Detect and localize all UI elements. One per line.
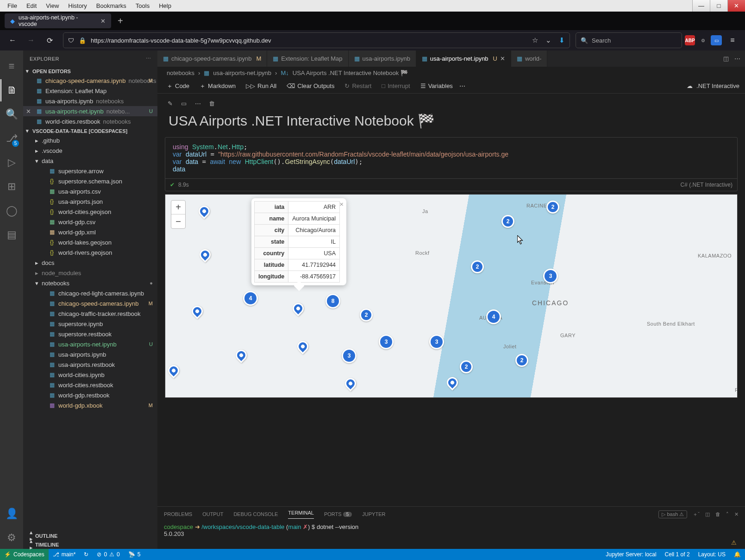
folder-item[interactable]: ▸docs xyxy=(23,258,157,268)
open-editor-item[interactable]: ▦Extension: Leaflet Map xyxy=(23,86,157,96)
window-close[interactable]: ✕ xyxy=(727,0,745,12)
clear-outputs-button[interactable]: ⌫ Clear Outputs xyxy=(283,81,338,91)
file-item[interactable]: {}world-rivers.geojson xyxy=(23,247,157,258)
extensions-icon[interactable]: ⊞ xyxy=(0,176,23,198)
status-layout[interactable]: Layout: US xyxy=(694,551,730,558)
menu-view[interactable]: View xyxy=(41,1,63,11)
file-item[interactable]: ▦world-gdp.csv xyxy=(23,217,157,227)
add-code-button[interactable]: ＋ Code xyxy=(163,81,193,92)
menu-icon[interactable]: ≡ xyxy=(0,55,23,77)
abp-extension-icon[interactable]: ABP xyxy=(685,35,695,45)
breadcrumb[interactable]: notebooks› ▦usa-airports-net.ipynb› M↓US… xyxy=(157,67,745,79)
status-cell[interactable]: Cell 1 of 2 xyxy=(661,551,694,558)
pocket-icon[interactable]: ⌄ xyxy=(545,36,551,44)
map-cluster[interactable]: 2 xyxy=(515,354,528,367)
map-cluster[interactable]: 2 xyxy=(471,260,484,273)
more-editor-actions-icon[interactable]: ⋯ xyxy=(734,55,740,62)
file-item[interactable]: ▦world-gdp.restbook xyxy=(23,390,157,400)
restart-button[interactable]: ↻ Restart xyxy=(341,81,375,91)
panel-tab-jupyter[interactable]: JUPYTER xyxy=(362,511,385,517)
cell-language[interactable]: C# (.NET Interactive) xyxy=(681,182,732,188)
file-item[interactable]: {}world-lakes.geojson xyxy=(23,237,157,247)
source-control-icon[interactable]: ⎇5 xyxy=(0,127,23,150)
split-editor-icon[interactable]: ◫ xyxy=(723,55,729,62)
menu-help[interactable]: Help xyxy=(154,1,176,11)
edit-cell-icon[interactable]: ✎ xyxy=(166,100,174,107)
variables-button[interactable]: ☰ Variables xyxy=(417,81,457,91)
render-cell-icon[interactable]: ▭ xyxy=(180,100,188,107)
timeline-section[interactable]: ▸TIMELINE xyxy=(23,540,157,549)
folder-item[interactable]: ▸.vscode xyxy=(23,145,157,156)
status-ports[interactable]: 📡 5 xyxy=(124,551,145,558)
new-terminal-icon[interactable]: ＋ˇ xyxy=(693,511,700,518)
bookmark-icon[interactable]: ☆ xyxy=(532,36,538,44)
accounts-icon[interactable]: 👤 xyxy=(0,503,23,525)
map-cluster[interactable]: 4 xyxy=(243,291,258,306)
download-icon[interactable]: ⬇ xyxy=(559,36,565,44)
search-bar[interactable]: 🔍 Search xyxy=(576,32,682,48)
map-cluster[interactable]: 2 xyxy=(360,308,373,321)
editor-tab[interactable]: ▦world- xyxy=(511,50,547,67)
workspace-section[interactable]: VSCODE-DATA-TABLE [CODESPACES] xyxy=(23,126,157,135)
hamburger-menu[interactable]: ≡ xyxy=(725,32,740,48)
panel-tab-problems[interactable]: PROBLEMS xyxy=(164,511,192,517)
editor-tab[interactable]: ▦usa-airports-net.ipynbU✕ xyxy=(416,50,511,67)
explorer-icon[interactable]: 🗎 xyxy=(0,79,23,101)
folder-item[interactable]: ▾notebooks● xyxy=(23,278,157,288)
map-cluster[interactable]: 3 xyxy=(342,348,357,363)
editor-tab[interactable]: ▦chicago-speed-cameras.ipynbM xyxy=(157,50,267,67)
open-editor-item[interactable]: ▦usa-airports.ipynbnotebooks xyxy=(23,96,157,106)
run-all-button[interactable]: ▷▷ Run All xyxy=(242,81,280,91)
lock-icon[interactable]: 🔒 xyxy=(79,37,86,44)
file-item[interactable]: ▦usa-airports.ipynb xyxy=(23,349,157,359)
status-branch[interactable]: ⎇ main* xyxy=(49,551,80,558)
folder-item[interactable]: ▸node_modules xyxy=(23,268,157,278)
open-editors-section[interactable]: OPEN EDITORS xyxy=(23,67,157,76)
interrupt-button[interactable]: □ Interrupt xyxy=(378,81,413,91)
delete-cell-icon[interactable]: 🗑 xyxy=(207,100,216,107)
map-cluster[interactable]: 3 xyxy=(543,269,558,283)
menu-tools[interactable]: Tools xyxy=(131,1,154,11)
status-bell-icon[interactable]: 🔔 xyxy=(730,551,745,558)
file-item[interactable]: ▦usa-airports-net.ipynbU xyxy=(23,339,157,349)
code-cell[interactable]: using System.Net.Http; var dataUrl = "ht… xyxy=(165,137,738,191)
open-editor-item[interactable]: ▦world-cities.restbooknotebooks xyxy=(23,116,157,126)
file-item[interactable]: ▦usa-airports.csv xyxy=(23,186,157,196)
map-cluster[interactable]: 2 xyxy=(501,215,514,228)
folder-item[interactable]: ▾data xyxy=(23,156,157,166)
file-item[interactable]: ▦usa-airports.restbook xyxy=(23,359,157,370)
cell-more-icon[interactable]: ⋯ xyxy=(194,100,202,107)
panel-tab-terminal[interactable]: TERMINAL xyxy=(288,510,314,519)
add-markdown-button[interactable]: ＋ Markdown xyxy=(196,81,239,92)
map-cluster[interactable]: 3 xyxy=(379,334,394,349)
editor-tab[interactable]: ▦Extension: Leaflet Map xyxy=(267,50,348,67)
browser-tab-active[interactable]: ◆ usa-airports-net.ipynb - vscode ✕ xyxy=(5,13,111,28)
panel-tab-output[interactable]: OUTPUT xyxy=(202,511,223,517)
terminal-body[interactable]: codespace ➜ /workspaces/vscode-data-tabl… xyxy=(157,522,745,549)
code-content[interactable]: using System.Net.Http; var dataUrl = "ht… xyxy=(165,138,737,178)
explorer-actions-icon[interactable]: ⋯ xyxy=(146,56,151,62)
url-bar[interactable]: 🛡 🔒 https://randomfractals-vscode-data-t… xyxy=(63,32,570,48)
file-item[interactable]: ▦world-cities.ipynb xyxy=(23,370,157,380)
file-item[interactable]: {}usa-airports.json xyxy=(23,196,157,207)
map-cluster[interactable]: 4 xyxy=(486,309,501,324)
search-icon[interactable]: 🔍 xyxy=(0,103,23,126)
back-button[interactable]: ← xyxy=(5,32,20,48)
tab-close-icon[interactable]: ✕ xyxy=(100,18,106,25)
leaflet-map[interactable]: + − RACINEJaRockfKALAMAZOOEvanstonCHICAG… xyxy=(165,194,738,398)
shield-icon[interactable]: 🛡 xyxy=(68,37,74,44)
file-item[interactable]: ▦superstore.restbook xyxy=(23,329,157,339)
status-errors[interactable]: ⊘ 0 ⚠ 0 xyxy=(93,551,124,558)
map-cluster[interactable]: 2 xyxy=(546,201,559,214)
panel-tab-ports[interactable]: PORTS 5 xyxy=(324,511,352,517)
folder-item[interactable]: ▸.github xyxy=(23,135,157,145)
maximize-panel-icon[interactable]: ˄ xyxy=(726,511,729,517)
file-item[interactable]: ▦superstore.arrow xyxy=(23,166,157,176)
settings-extension-icon[interactable]: ⚙ xyxy=(698,35,708,45)
file-item[interactable]: ▦world-gdp.xml xyxy=(23,227,157,237)
outline-section[interactable]: ▸OUTLINE xyxy=(23,531,157,540)
map-cluster[interactable]: 3 xyxy=(429,334,444,349)
file-item[interactable]: ▦superstore.ipynb xyxy=(23,319,157,329)
reload-button[interactable]: ⟳ xyxy=(42,32,57,48)
menu-edit[interactable]: Edit xyxy=(22,1,41,11)
